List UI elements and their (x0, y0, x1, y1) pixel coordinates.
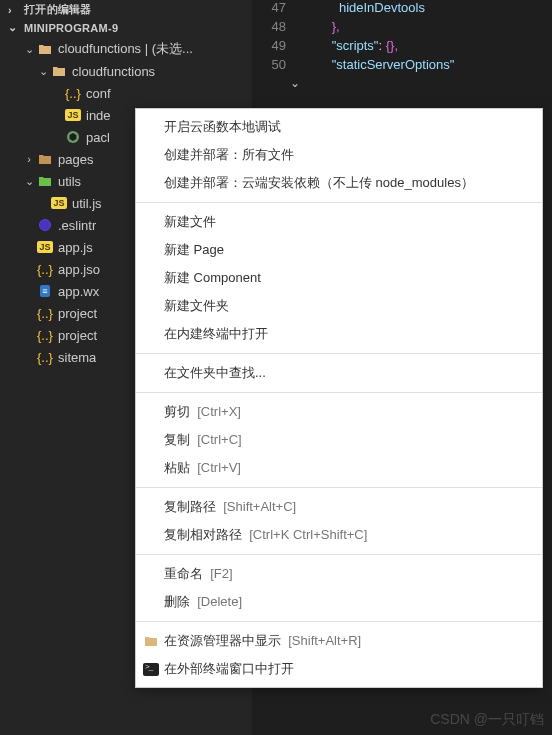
menu-copy-rel-path[interactable]: 复制相对路径 [Ctrl+K Ctrl+Shift+C] (136, 521, 542, 549)
menu-new-folder[interactable]: 新建文件夹 (136, 292, 542, 320)
section-label: 打开的编辑器 (24, 2, 92, 17)
tree-label: pages (58, 152, 93, 167)
menu-deploy-all[interactable]: 创建并部署：所有文件 (136, 141, 542, 169)
shortcut: [Delete] (197, 594, 242, 609)
tree-label: util.js (72, 196, 102, 211)
shortcut: [Shift+Alt+R] (288, 633, 361, 648)
json-icon: {..} (36, 261, 54, 277)
chevron-right-icon: › (22, 153, 36, 165)
tree-folder-cloudfunctions[interactable]: ⌄ cloudfunctions (0, 60, 252, 82)
folder-open-icon (50, 63, 68, 79)
menu-rename[interactable]: 重命名 [F2] (136, 560, 542, 588)
menu-open-terminal[interactable]: 在内建终端中打开 (136, 320, 542, 348)
eslint-icon (36, 217, 54, 233)
menu-copy[interactable]: 复制 [Ctrl+C] (136, 426, 542, 454)
section-project[interactable]: ⌄ MINIPROGRAM-9 (0, 19, 252, 36)
code-token: staticServerOptions (336, 57, 449, 72)
menu-delete[interactable]: 删除 [Delete] (136, 588, 542, 616)
menu-separator (136, 202, 542, 203)
menu-debug-cloud[interactable]: 开启云函数本地调试 (136, 113, 542, 141)
chevron-down-icon: ⌄ (8, 21, 22, 34)
shortcut: [F2] (210, 566, 232, 581)
chevron-down-icon: ⌄ (22, 175, 36, 188)
shortcut: [Ctrl+V] (197, 460, 241, 475)
code-token: hideInDevtools (339, 0, 425, 15)
code-token: scripts (336, 38, 374, 53)
menu-separator (136, 487, 542, 488)
section-label: MINIPROGRAM-9 (24, 22, 118, 34)
node-icon: ⬢ (64, 129, 82, 145)
wxml-icon: ≡ (36, 283, 54, 299)
menu-separator (136, 554, 542, 555)
shortcut: [Ctrl+X] (197, 404, 241, 419)
fold-chevron-icon[interactable]: ⌄ (290, 76, 300, 90)
tree-label: sitema (58, 350, 96, 365)
json-icon: {..} (64, 85, 82, 101)
menu-reveal-explorer[interactable]: 在资源管理器中显示 [Shift+Alt+R] (136, 627, 542, 655)
menu-deploy-cloud[interactable]: 创建并部署：云端安装依赖（不上传 node_modules） (136, 169, 542, 197)
code-content: hideInDevtools }, "scripts": {}, "static… (310, 0, 552, 76)
section-open-editors[interactable]: › 打开的编辑器 (0, 0, 252, 19)
tree-label: .eslintr (58, 218, 96, 233)
folder-open-icon (36, 41, 54, 57)
tree-label: project (58, 306, 97, 321)
code-token: }, (332, 19, 340, 34)
shortcut: [Shift+Alt+C] (223, 499, 296, 514)
menu-separator (136, 353, 542, 354)
tree-label: inde (86, 108, 111, 123)
menu-copy-path[interactable]: 复制路径 [Shift+Alt+C] (136, 493, 542, 521)
line-number: 49 (252, 38, 302, 57)
shortcut: [Ctrl+K Ctrl+Shift+C] (249, 527, 367, 542)
tree-label: app.jso (58, 262, 100, 277)
tree-label: conf (86, 86, 111, 101)
chevron-down-icon: ⌄ (36, 65, 50, 78)
shortcut: [Ctrl+C] (197, 432, 241, 447)
tree-label: app.js (58, 240, 93, 255)
menu-external-terminal[interactable]: 在外部终端窗口中打开 (136, 655, 542, 683)
json-icon: {..} (36, 327, 54, 343)
line-number: 47 (252, 0, 302, 19)
tree-file-config-json[interactable]: {..} conf (0, 82, 252, 104)
folder-icon (142, 633, 160, 649)
line-number: 50 (252, 57, 302, 76)
chevron-down-icon: ⌄ (22, 43, 36, 56)
line-number: 48 (252, 19, 302, 38)
menu-separator (136, 621, 542, 622)
line-gutter: 47 48 49 50 (252, 0, 302, 76)
tree-label: app.wx (58, 284, 99, 299)
tree-label: utils (58, 174, 81, 189)
code-token: {}, (386, 38, 398, 53)
js-icon: JS (36, 239, 54, 255)
menu-new-component[interactable]: 新建 Component (136, 264, 542, 292)
folder-open-icon (36, 173, 54, 189)
terminal-icon (142, 661, 160, 677)
folder-icon (36, 151, 54, 167)
tree-label: pacl (86, 130, 110, 145)
chevron-right-icon: › (8, 4, 22, 16)
menu-cut[interactable]: 剪切 [Ctrl+X] (136, 398, 542, 426)
tree-folder-cloudfunctions-root[interactable]: ⌄ cloudfunctions | (未选... (0, 38, 252, 60)
tree-label: cloudfunctions | (未选... (58, 40, 193, 58)
tree-label: cloudfunctions (72, 64, 155, 79)
menu-find-in-folder[interactable]: 在文件夹中查找... (136, 359, 542, 387)
js-icon: JS (50, 195, 68, 211)
menu-new-file[interactable]: 新建文件 (136, 208, 542, 236)
menu-separator (136, 392, 542, 393)
json-icon: {..} (36, 349, 54, 365)
context-menu: 开启云函数本地调试 创建并部署：所有文件 创建并部署：云端安装依赖（不上传 no… (135, 108, 543, 688)
menu-paste[interactable]: 粘贴 [Ctrl+V] (136, 454, 542, 482)
tree-label: project (58, 328, 97, 343)
menu-new-page[interactable]: 新建 Page (136, 236, 542, 264)
js-icon: JS (64, 107, 82, 123)
json-icon: {..} (36, 305, 54, 321)
